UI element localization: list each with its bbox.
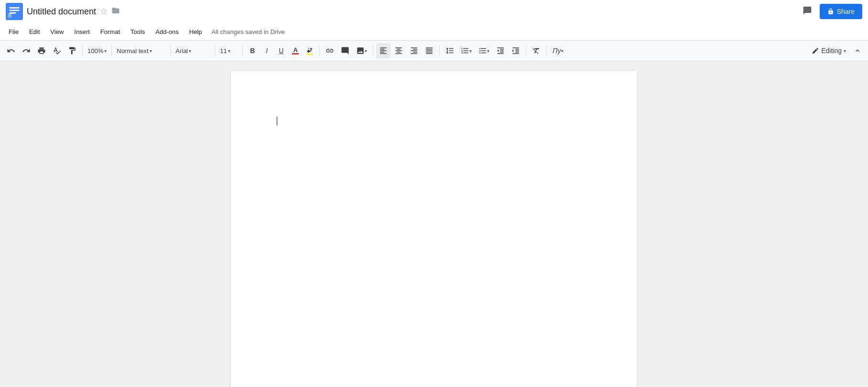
zoom-chevron: ▾ (104, 48, 107, 54)
numbered-list-chevron: ▾ (469, 48, 472, 54)
font-chevron: ▾ (189, 48, 191, 54)
special-chars-chevron: ▾ (561, 48, 563, 54)
menu-insert[interactable]: Insert (69, 26, 95, 37)
docs-logo-icon: ≡ (6, 3, 23, 20)
insert-link-button[interactable] (323, 43, 337, 58)
text-color-indicator (292, 53, 299, 55)
image-chevron: ▾ (365, 48, 367, 54)
separator-1 (82, 45, 83, 56)
editing-mode-chevron: ▾ (844, 48, 846, 54)
font-select[interactable]: Arial ▾ (174, 43, 212, 58)
share-label: Share (837, 8, 855, 15)
separator-8 (439, 45, 440, 56)
menu-file[interactable]: File (4, 26, 23, 37)
print-button[interactable] (34, 43, 49, 58)
special-chars-button[interactable]: Пу ▾ (550, 43, 566, 58)
style-chevron: ▾ (150, 48, 152, 54)
separator-3 (170, 45, 171, 56)
menu-tools[interactable]: Tools (126, 26, 150, 37)
underline-button[interactable]: U (274, 43, 288, 58)
justify-button[interactable] (422, 43, 436, 58)
undo-button[interactable] (4, 43, 18, 58)
numbered-list-button[interactable]: ▾ (458, 43, 475, 58)
comments-button[interactable] (800, 3, 815, 21)
font-value: Arial (175, 47, 188, 55)
fontsize-select[interactable]: 11 ▾ (218, 43, 239, 58)
clear-formatting-button[interactable] (529, 43, 543, 58)
increase-indent-button[interactable] (509, 43, 523, 58)
paint-format-button[interactable] (65, 43, 79, 58)
align-left-button[interactable] (376, 43, 391, 58)
svg-rect-1 (9, 7, 20, 9)
bulleted-list-button[interactable]: ▾ (476, 43, 492, 58)
menu-edit[interactable]: Edit (24, 26, 44, 37)
collapse-toolbar-button[interactable] (851, 43, 864, 58)
special-chars-label: Пу (553, 47, 561, 55)
redo-button[interactable] (19, 43, 33, 58)
align-right-button[interactable] (407, 43, 421, 58)
bold-button[interactable]: B (246, 43, 259, 58)
editing-mode-selector[interactable]: Editing ▾ (808, 45, 850, 56)
fontsize-chevron: ▾ (228, 48, 230, 54)
star-icon[interactable]: ☆ (100, 6, 108, 17)
editing-mode-label: Editing (821, 47, 842, 55)
document-page[interactable] (231, 71, 637, 387)
fontsize-value: 11 (220, 47, 227, 55)
separator-7 (373, 45, 373, 56)
menu-addons[interactable]: Add-ons (151, 26, 183, 37)
folder-icon[interactable] (111, 6, 120, 17)
saved-status: All changes saved in Drive (212, 28, 285, 35)
title-bar: ≡ Untitled document ☆ Share (0, 0, 868, 23)
insert-image-button[interactable]: ▾ (353, 43, 370, 58)
separator-9 (526, 45, 526, 56)
separator-10 (546, 45, 547, 56)
insert-comment-button[interactable] (338, 43, 352, 58)
svg-text:≡: ≡ (8, 11, 12, 20)
align-center-button[interactable] (391, 43, 406, 58)
document-title[interactable]: Untitled document (27, 7, 96, 17)
zoom-value: 100% (87, 47, 103, 55)
style-value: Normal text (117, 47, 148, 55)
text-color-label: A (293, 47, 298, 53)
menu-help[interactable]: Help (184, 26, 207, 37)
decrease-indent-button[interactable] (493, 43, 508, 58)
bulleted-list-chevron: ▾ (487, 48, 489, 54)
toolbar: 100% ▾ Normal text ▾ Arial ▾ 11 ▾ B I U … (0, 40, 868, 61)
separator-5 (242, 45, 243, 56)
share-button[interactable]: Share (820, 4, 862, 19)
header-right: Share (800, 3, 862, 21)
document-area[interactable] (0, 61, 868, 387)
menu-bar: File Edit View Insert Format Tools Add-o… (0, 23, 868, 40)
menu-format[interactable]: Format (96, 26, 125, 37)
text-color-button[interactable]: A (289, 43, 302, 58)
italic-button[interactable]: I (260, 43, 273, 58)
separator-6 (319, 45, 320, 56)
line-spacing-button[interactable] (443, 43, 457, 58)
spellcheck-button[interactable] (50, 43, 64, 58)
text-cursor (277, 117, 277, 125)
separator-2 (111, 45, 112, 56)
style-select[interactable]: Normal text ▾ (115, 43, 167, 58)
zoom-select[interactable]: 100% ▾ (86, 43, 108, 58)
highlight-color-button[interactable] (303, 43, 316, 58)
menu-view[interactable]: View (45, 26, 68, 37)
highlight-color-indicator (306, 54, 313, 55)
separator-4 (215, 45, 215, 56)
